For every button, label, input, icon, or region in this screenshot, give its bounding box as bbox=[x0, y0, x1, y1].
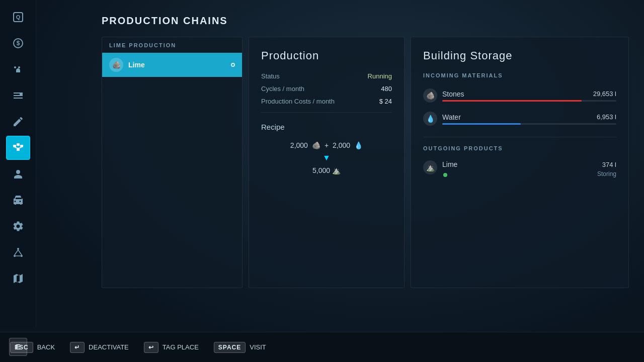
visit-label: VISIT bbox=[250, 343, 266, 351]
input2-amount: 2,000 bbox=[333, 141, 350, 149]
sidebar-item-finance[interactable]: $ bbox=[6, 31, 30, 55]
production-panel: Production Status Running Cycles / month… bbox=[249, 37, 405, 288]
chain-item-dot bbox=[231, 63, 235, 67]
svg-text:$: $ bbox=[16, 40, 20, 47]
status-row: Status Running bbox=[261, 72, 392, 80]
sidebar-item-population[interactable] bbox=[6, 162, 30, 186]
svg-point-11 bbox=[17, 248, 19, 250]
bottom-bar: E ESC BACK ↵ DEACTIVATE ↩ TAG PLACE SPAC… bbox=[0, 332, 644, 362]
lime-product-amount: 374 l bbox=[602, 161, 616, 168]
water-row: 💧 Water 6,953 l bbox=[423, 109, 616, 129]
lime-product-name-row: Lime 374 l bbox=[442, 160, 616, 168]
svg-point-4 bbox=[20, 93, 23, 96]
svg-line-10 bbox=[18, 147, 22, 148]
tag-place-button[interactable]: ↩ TAG PLACE bbox=[144, 342, 199, 353]
svg-line-15 bbox=[18, 250, 22, 255]
costs-label: Production Costs / month bbox=[261, 98, 335, 105]
recipe-section: Recipe 2,000 🪨 + 2,000 💧 ▼ 5,000 ⛰️ bbox=[261, 123, 392, 174]
recipe-formula: 2,000 🪨 + 2,000 💧 ▼ 5,000 ⛰️ bbox=[261, 141, 392, 174]
svg-rect-8 bbox=[17, 148, 20, 151]
production-chains-panel: LIME PRODUCTION 🪨 Lime bbox=[102, 37, 243, 288]
output-icon: ⛰️ bbox=[332, 166, 341, 174]
svg-rect-7 bbox=[20, 145, 23, 147]
space-key: SPACE bbox=[214, 342, 246, 353]
storage-panel: Building Storage INCOMING MATERIALS 🪨 St… bbox=[411, 37, 629, 288]
storage-divider bbox=[423, 137, 616, 137]
sidebar-item-map[interactable] bbox=[6, 266, 30, 291]
recipe-output: 5,000 ⛰️ bbox=[312, 166, 341, 174]
lime-product-icon: ⛰️ bbox=[423, 160, 437, 174]
sidebar-item-animals[interactable] bbox=[6, 57, 30, 81]
sidebar-item-vehicles[interactable] bbox=[6, 188, 30, 212]
page-title: PRODUCTION CHAINS bbox=[102, 15, 629, 27]
svg-rect-5 bbox=[13, 145, 16, 147]
stones-bar-fill bbox=[442, 100, 582, 102]
stones-bar-track bbox=[442, 100, 616, 102]
input1-icon: 🪨 bbox=[312, 141, 320, 149]
costs-value: $ 24 bbox=[379, 98, 392, 105]
sidebar-item-q[interactable]: Q bbox=[6, 5, 30, 29]
deactivate-label: DEACTIVATE bbox=[89, 343, 129, 351]
svg-line-9 bbox=[15, 147, 18, 148]
cycles-row: Cycles / month 480 bbox=[261, 85, 392, 93]
arrow-down: ▼ bbox=[323, 153, 331, 162]
water-info: Water 6,953 l bbox=[442, 113, 616, 125]
cycles-label: Cycles / month bbox=[261, 85, 304, 93]
stones-row: 🪨 Stones 29,653 l bbox=[423, 85, 616, 106]
chains-section-header: LIME PRODUCTION bbox=[102, 37, 242, 53]
main-container: Q $ bbox=[0, 0, 644, 362]
recipe-inputs: 2,000 🪨 + 2,000 💧 bbox=[290, 141, 363, 149]
sidebar-item-network[interactable] bbox=[6, 240, 30, 264]
lime-product-info: Lime 374 l Storing bbox=[442, 160, 616, 177]
sidebar: Q $ bbox=[0, 0, 36, 327]
water-bar-track bbox=[442, 123, 616, 125]
sidebar-item-production-settings[interactable] bbox=[6, 83, 30, 108]
sidebar-item-settings[interactable] bbox=[6, 214, 30, 238]
stones-icon: 🪨 bbox=[423, 88, 437, 103]
storage-title: Building Storage bbox=[423, 49, 616, 62]
deactivate-button[interactable]: ↵ DEACTIVATE bbox=[70, 342, 129, 353]
water-icon: 💧 bbox=[423, 112, 437, 126]
input2-icon: 💧 bbox=[354, 141, 363, 149]
lime-product-name: Lime bbox=[442, 160, 457, 168]
plus-sign: + bbox=[325, 141, 329, 149]
stones-info: Stones 29,653 l bbox=[442, 90, 616, 102]
svg-line-14 bbox=[15, 250, 18, 255]
e-key-button[interactable]: E bbox=[9, 338, 27, 356]
water-bar-fill bbox=[442, 123, 521, 125]
tag-place-label: TAG PLACE bbox=[163, 343, 199, 351]
stones-amount: 29,653 l bbox=[593, 90, 616, 98]
chain-item-lime[interactable]: 🪨 Lime bbox=[102, 53, 242, 77]
stones-name: Stones bbox=[442, 90, 464, 98]
panels-row: LIME PRODUCTION 🪨 Lime Production Status… bbox=[102, 37, 629, 362]
lime-product-status: Storing bbox=[597, 170, 616, 177]
production-title: Production bbox=[261, 49, 392, 62]
chain-item-label: Lime bbox=[128, 61, 145, 69]
lime-product-row: ⛰️ Lime 374 l Storing bbox=[423, 158, 616, 179]
water-amount: 6,953 l bbox=[597, 113, 616, 121]
status-label: Status bbox=[261, 72, 280, 80]
recipe-title: Recipe bbox=[261, 123, 392, 131]
back-key: ↩ bbox=[144, 342, 158, 353]
input1-amount: 2,000 bbox=[290, 141, 308, 149]
lime-product-dot bbox=[443, 173, 447, 177]
water-name-row: Water 6,953 l bbox=[442, 113, 616, 121]
status-value: Running bbox=[368, 72, 392, 80]
back-label: BACK bbox=[37, 343, 55, 351]
cycles-value: 480 bbox=[381, 85, 392, 93]
svg-text:Q: Q bbox=[16, 14, 20, 20]
divider bbox=[261, 112, 392, 113]
water-name: Water bbox=[442, 113, 461, 121]
lime-icon: 🪨 bbox=[109, 58, 123, 72]
incoming-header: INCOMING MATERIALS bbox=[423, 72, 616, 78]
content-area: PRODUCTION CHAINS LIME PRODUCTION 🪨 Lime… bbox=[36, 0, 644, 362]
sidebar-item-chains[interactable] bbox=[6, 136, 30, 160]
output-amount: 5,000 bbox=[312, 166, 330, 174]
stones-name-row: Stones 29,653 l bbox=[442, 90, 616, 98]
visit-button[interactable]: SPACE VISIT bbox=[214, 342, 266, 353]
sidebar-item-notes[interactable] bbox=[6, 110, 30, 134]
enter-key: ↵ bbox=[70, 342, 85, 353]
costs-row: Production Costs / month $ 24 bbox=[261, 98, 392, 105]
svg-rect-6 bbox=[17, 143, 20, 146]
outgoing-header: OUTGOING PRODUCTS bbox=[423, 145, 616, 151]
